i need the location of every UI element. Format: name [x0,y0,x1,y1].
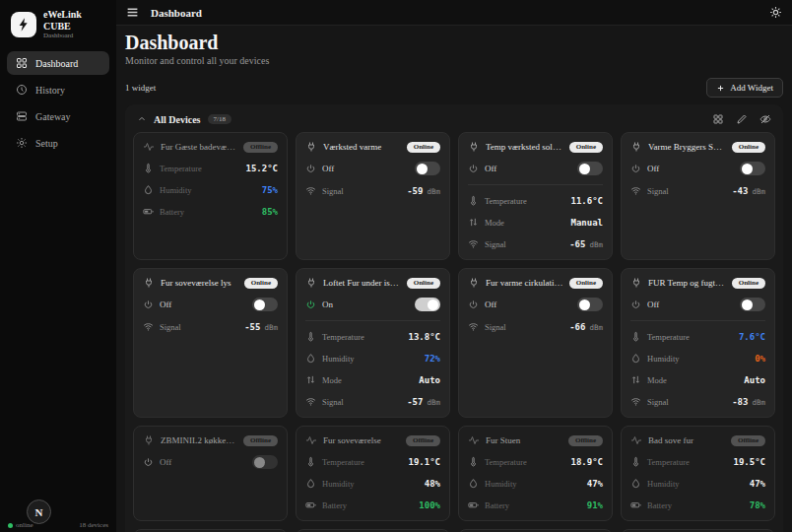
device-card: Fur StuenOfflineTemperature18.9°CHumidit… [458,426,613,521]
mode-icon [468,217,479,228]
hamburger-menu-icon[interactable] [126,6,139,19]
devices-count: 18 devices [79,521,108,529]
toggle-knob [742,299,753,310]
app-window: eWeLink CUBE Dashboard Dashboard History [0,0,792,532]
hide-eye-off-icon[interactable] [759,113,771,125]
sidebar-item-dashboard[interactable]: Dashboard [7,51,109,75]
power-toggle[interactable] [252,455,278,469]
device-name: Fur Gæste badeværelse [161,142,237,152]
device-name: Værksted varme [323,142,401,152]
device-card: ZBMINIL2 køkken loft over øOfflineOff [133,426,288,521]
power-row: Off [468,162,603,175]
toggle-knob [428,299,438,310]
metric-value: 48% [425,479,440,489]
metric-row: Temperature19.1°C [305,455,440,468]
mode-icon [305,374,316,385]
metric-row: Signal-66dBm [468,320,603,333]
device-name: Fur soveværelse lys [161,278,238,288]
power-toggle[interactable] [415,162,440,175]
device-name: Bad sove fur [648,435,725,445]
power-state-label: On [322,299,333,309]
power-icon [468,164,479,174]
user-avatar[interactable]: N [27,499,51,524]
device-card: Temp værksted solbjergOnlineOffTemperatu… [458,132,613,260]
wifi-icon [468,321,479,332]
humidity-icon [305,353,316,364]
power-state-label: Off [485,164,496,173]
metric-row: Battery85% [143,205,278,218]
device-card-header: Værksted varmeOnline [305,141,440,153]
pulse-icon [143,141,155,153]
metric-label: Temperature [485,457,527,467]
device-card: Fur Gæste badeværelseOfflineTemperature1… [133,132,288,260]
device-card: Loftet Fur under isoleringOnlineOnTemper… [296,268,450,418]
power-toggle[interactable] [577,162,603,175]
metric-row: Temperature19.5°C [630,455,765,468]
sidebar-item-gateway[interactable]: Gateway [7,104,109,128]
humidity-icon [630,353,641,364]
power-state-label: Off [160,299,171,309]
thermometer-icon [630,331,641,342]
device-name: Varme Bryggers Solbjerg [648,142,726,152]
power-row: On [305,298,440,311]
wifi-icon [143,321,154,332]
wifi-icon [305,396,316,407]
metric-unit: dBm [589,240,603,249]
sidebar-item-setup[interactable]: Setup [7,131,109,155]
metric-label: Temperature [160,164,202,173]
thermometer-icon [468,456,479,467]
metric-label: Humidity [160,185,192,195]
power-toggle[interactable] [415,298,440,311]
dashboard-icon [16,57,28,69]
metric-value: 19.5°C [733,457,765,467]
power-state-label: Off [647,164,659,173]
metric-value: 15.2°C [245,164,278,173]
wifi-icon [305,185,316,196]
toggle-knob [254,299,265,310]
metric-value: 19.1°C [408,457,440,467]
add-widget-button[interactable]: Add Widget [706,78,783,98]
power-toggle[interactable] [740,162,765,175]
divider [630,320,765,321]
plus-icon [716,84,725,93]
metric-label: Signal [485,322,506,332]
device-card-header: Bad sove furOffline [630,434,765,446]
metric-value: 13.8°C [408,332,440,342]
metric-label: Humidity [485,479,517,489]
theme-sun-icon[interactable] [769,6,782,19]
edit-pencil-icon[interactable] [736,113,748,125]
metric-value: 91% [587,500,603,510]
device-name: ZBMINIL2 køkken loft over ø [161,435,237,445]
power-toggle[interactable] [740,298,765,311]
power-icon [143,299,154,310]
power-toggle[interactable] [252,298,278,311]
metric-row: Signal-57dBm [305,395,440,408]
metric-value: 72% [425,354,440,364]
humidity-icon [143,184,154,195]
power-row: Off [630,162,765,175]
battery-icon [630,499,641,510]
page-title: Dashboard [125,32,783,53]
thermometer-icon [630,456,641,467]
layout-grid-icon[interactable] [712,113,724,125]
wifi-icon [630,185,641,196]
power-toggle[interactable] [577,298,603,311]
metric-row: Humidity47% [630,477,765,490]
sidebar-item-history[interactable]: History [7,78,109,101]
metric-label: Temperature [647,457,690,467]
metric-label: Humidity [647,354,680,364]
metric-row: Signal-59dBm [305,184,440,197]
metric-label: Signal [485,239,506,249]
device-card: FUR Temp og fugt i loft rumOnlineOffTemp… [621,268,775,418]
collapse-chevron-icon[interactable] [137,114,147,124]
status-dot-icon [8,523,13,528]
battery-icon [305,499,316,510]
setup-gear-icon [16,137,28,149]
device-name: Fur Stuen [486,435,562,445]
metric-row: Signal-83dBm [630,395,765,408]
device-card: Bad sove furOfflineTemperature19.5°CHumi… [621,426,775,521]
toggle-knob [742,164,753,174]
status-badge: Online [569,142,603,153]
power-icon [630,164,641,174]
metric-row: Temperature11.6°C [468,194,603,207]
